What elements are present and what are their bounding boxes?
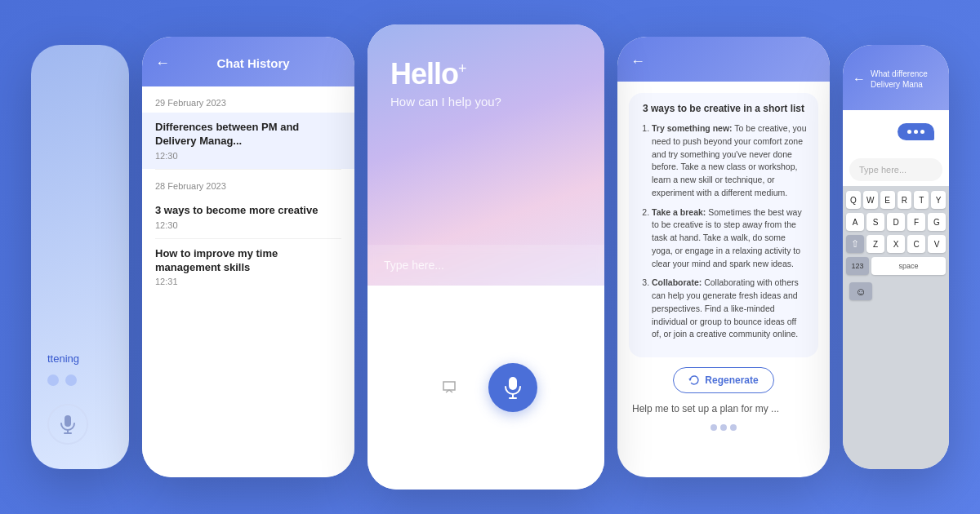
bubble-dot-1 [907, 130, 911, 134]
chat-icon-button[interactable] [434, 373, 464, 402]
key-Z[interactable]: Z [866, 235, 884, 253]
key-C[interactable]: C [907, 235, 925, 253]
ai-bubble: 3 ways to be creative in a short list Tr… [629, 93, 818, 357]
chat-bottom-actions [368, 286, 604, 490]
dot-1 [47, 374, 59, 386]
hello-subtitle: How can I help you? [390, 95, 501, 109]
keyboard-type-input[interactable]: Type here... [849, 158, 942, 181]
ai-list-item-0: Try something new: To be creative, you n… [652, 122, 807, 200]
svg-rect-3 [509, 377, 517, 390]
chat-list: 29 February 2023 Differences between PM … [142, 86, 354, 477]
regenerate-button[interactable]: Regenerate [673, 367, 773, 393]
ai-bubble-title: 3 ways to be creative in a short list [640, 103, 807, 114]
regenerate-label: Regenerate [705, 374, 758, 386]
chat-history-header: ← Chat History [142, 37, 354, 86]
type-here-label: Type here... [384, 259, 444, 272]
bubble-dot-2 [914, 130, 918, 134]
dot-2 [65, 374, 77, 386]
key-R[interactable]: R [898, 191, 912, 209]
chat-history-title: Chat History [180, 56, 327, 70]
scene: ttening ← Chat History 29 February 2023 [0, 0, 980, 514]
date-label-2: 28 February 2023 [142, 170, 354, 196]
dots-row [47, 374, 77, 386]
date-label-1: 29 February 2023 [142, 86, 354, 113]
keyboard-back-button[interactable]: ← [853, 72, 866, 86]
bubble-dot-3 [920, 130, 924, 134]
chat-item-time-1: 12:30 [155, 220, 341, 230]
key-123[interactable]: 123 [846, 257, 869, 275]
chat-item-0[interactable]: Differences between PM and Delivery Mana… [142, 113, 354, 169]
typing-dot-3 [730, 424, 737, 431]
chat-gradient-top: Hello+ How can I help you? Type here... [368, 24, 604, 286]
ai-list-item-1: Take a break: Sometimes the best way to … [652, 206, 807, 271]
typing-dot-2 [720, 424, 727, 431]
chat-typing-bubble [898, 123, 934, 140]
key-T[interactable]: T [914, 191, 929, 209]
listening-text: ttening [47, 352, 79, 365]
mic-button-listening[interactable] [47, 404, 88, 445]
key-shift[interactable]: ⇧ [846, 235, 864, 253]
key-space[interactable]: space [871, 257, 946, 275]
chat-item-time-0: 12:30 [155, 151, 341, 161]
key-G[interactable]: G [928, 213, 946, 231]
key-A[interactable]: A [846, 213, 864, 231]
ai-bubble-text: Try something new: To be creative, you n… [640, 122, 807, 341]
type-here-overlay[interactable]: Type here... [368, 245, 604, 286]
hello-plus: + [458, 60, 466, 77]
key-D[interactable]: D [887, 213, 905, 231]
keyboard-header-text: What difference Delivery Mana [871, 69, 939, 90]
ai-response-header: ← [617, 37, 830, 82]
chat-item-title-0: Differences between PM and Delivery Mana… [155, 121, 341, 148]
keyboard-body: Type here... Q W E R T Y A S D F G [843, 110, 949, 469]
phone-chat-history: ← Chat History 29 February 2023 Differen… [142, 37, 354, 477]
key-row-1: Q W E R T Y [846, 191, 946, 209]
chat-item-title-2: How to improve my time management skills [155, 247, 341, 275]
close-button[interactable]: ✕ [709, 441, 738, 470]
key-row-4: 123 space [846, 257, 946, 275]
chat-item-2[interactable]: How to improve my time management skills… [142, 239, 354, 295]
key-row-2: A S D F G [846, 213, 946, 231]
key-F[interactable]: F [907, 213, 925, 231]
keyboard-placeholder: Type here... [859, 165, 906, 175]
back-button[interactable]: ← [155, 55, 170, 72]
next-prompt-text: Help me to set up a plan for my ... [629, 403, 818, 414]
ai-response-body: 3 ways to be creative in a short list Tr… [617, 82, 830, 477]
phone-ai-response: ← 3 ways to be creative in a short list … [617, 37, 830, 477]
phone-main-chat: Hello+ How can I help you? Type here... [368, 24, 604, 490]
key-V[interactable]: V [928, 235, 946, 253]
key-E[interactable]: E [880, 191, 895, 209]
voice-actions-row [384, 363, 588, 412]
phone-listening: ttening [31, 45, 129, 469]
typing-dot-1 [710, 424, 717, 431]
ai-list-item-2: Collaborate: Collaborating with others c… [652, 277, 807, 341]
svg-rect-0 [65, 415, 71, 427]
keyboard-area: Q W E R T Y A S D F G ⇧ Z X [843, 186, 949, 469]
chat-item-1[interactable]: 3 ways to become more creative 12:30 [142, 196, 354, 238]
chat-item-title-1: 3 ways to become more creative [155, 204, 341, 218]
key-S[interactable]: S [866, 213, 884, 231]
key-emoji[interactable]: ☺ [849, 282, 872, 300]
typing-dots [629, 424, 818, 431]
mic-main-button[interactable] [488, 363, 537, 412]
phone-keyboard: ← What difference Delivery Mana Type her… [843, 45, 949, 469]
hello-heading: Hello+ [390, 57, 466, 91]
key-W[interactable]: W [863, 191, 878, 209]
key-Q[interactable]: Q [846, 191, 861, 209]
emoji-row: ☺ [846, 279, 946, 302]
chat-item-time-2: 12:31 [155, 277, 341, 286]
key-row-3: ⇧ Z X C V [846, 235, 946, 253]
key-Y[interactable]: Y [931, 191, 946, 209]
key-X[interactable]: X [887, 235, 905, 253]
ai-back-button[interactable]: ← [630, 53, 645, 70]
keyboard-header: ← What difference Delivery Mana [843, 45, 949, 110]
